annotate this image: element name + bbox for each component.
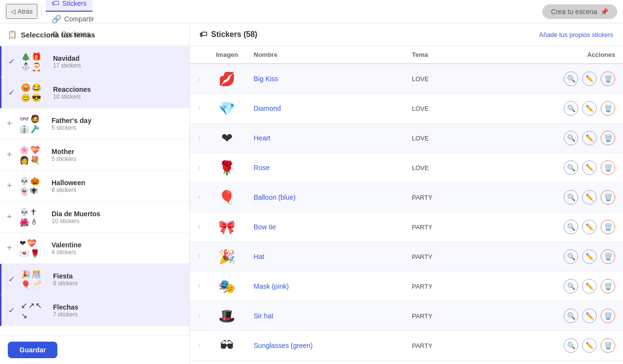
sticker-theme-cell: LOVE bbox=[404, 94, 481, 123]
delete-button[interactable]: 🗑️ bbox=[601, 309, 615, 323]
sticker-theme-cell: PARTY bbox=[404, 331, 481, 361]
delete-button[interactable]: 🗑️ bbox=[601, 279, 615, 294]
add-stickers-link[interactable]: Añade tus propios stickers bbox=[539, 31, 613, 38]
delete-button[interactable]: 🗑️ bbox=[601, 131, 615, 145]
table-row: ↑ 🎭 Mask (pink) PARTY 🔍 ✏️ 🗑️ bbox=[190, 272, 623, 301]
view-button[interactable]: 🔍 bbox=[564, 160, 578, 175]
edit-button[interactable]: ✏️ bbox=[582, 160, 597, 175]
sidebar-item-name: Fiesta bbox=[53, 272, 182, 280]
sticker-theme-text: LOVE bbox=[412, 135, 429, 142]
sidebar-item-fiesta[interactable]: ✓🎉🎊🎈🥂Fiesta8 stickers bbox=[0, 264, 189, 295]
nav-item-stickers[interactable]: 🏷Stickers bbox=[46, 0, 92, 12]
thumb-emoji: 🎁 bbox=[32, 52, 41, 61]
sticker-name-cell: Big Kiss bbox=[246, 64, 404, 94]
view-button[interactable]: 🔍 bbox=[564, 190, 578, 205]
thumb-emoji: 😊 bbox=[21, 93, 31, 103]
sidebar-item-reacciones[interactable]: ✓😡😂😊😎Reacciones10 stickers bbox=[0, 77, 189, 108]
sidebar-item-info-navidad: Navidad17 stickers bbox=[53, 54, 182, 69]
sticker-image-cell: 🕶 bbox=[208, 331, 246, 361]
sidebar-item-dia-muertos[interactable]: +💀✝🌺🕯Día de Muertos10 stickers bbox=[0, 202, 189, 233]
sidebar-item-fathers-day[interactable]: +👓🧔👔🪒Father's day5 stickers bbox=[0, 108, 189, 139]
sidebar-item-mother[interactable]: +🌸💝👩💐Mother5 stickers bbox=[0, 139, 189, 171]
plus-icon: + bbox=[7, 150, 15, 160]
delete-button[interactable]: 🗑️ bbox=[601, 338, 615, 353]
delete-button[interactable]: 🗑️ bbox=[601, 220, 615, 234]
sticker-name-link[interactable]: Mask (pink) bbox=[254, 282, 289, 290]
sticker-theme-text: PARTY bbox=[412, 312, 432, 320]
actions-container: 🔍 ✏️ 🗑️ bbox=[488, 131, 615, 145]
table-row: ↑ 🌹 Rose LOVE 🔍 ✏️ 🗑️ bbox=[190, 153, 623, 183]
view-button[interactable]: 🔍 bbox=[564, 249, 578, 264]
delete-button[interactable]: 🗑️ bbox=[601, 71, 615, 86]
pin-icon: 📌 bbox=[600, 8, 608, 16]
sticker-name-link[interactable]: Hat bbox=[254, 253, 265, 260]
check-icon: ✓ bbox=[8, 306, 16, 315]
edit-button[interactable]: ✏️ bbox=[582, 190, 597, 205]
view-button[interactable]: 🔍 bbox=[564, 338, 578, 353]
sticker-theme-text: PARTY bbox=[412, 224, 432, 231]
sticker-name-link[interactable]: Rose bbox=[254, 164, 270, 172]
edit-button[interactable]: ✏️ bbox=[582, 338, 597, 353]
view-button[interactable]: 🔍 bbox=[564, 131, 578, 145]
sticker-name-link[interactable]: Bow tie bbox=[254, 223, 276, 231]
view-button[interactable]: 🔍 bbox=[564, 279, 578, 294]
edit-button[interactable]: ✏️ bbox=[582, 249, 597, 264]
delete-button[interactable]: 🗑️ bbox=[601, 249, 615, 264]
view-button[interactable]: 🔍 bbox=[564, 71, 578, 86]
sidebar-item-flechas[interactable]: ✓↙↗↖↘Flechas7 stickers bbox=[0, 295, 189, 326]
sidebar-item-valentine[interactable]: +❤💝💌🌹Valentine4 stickers bbox=[0, 233, 189, 264]
delete-button[interactable]: 🗑️ bbox=[601, 190, 615, 205]
edit-button[interactable]: ✏️ bbox=[582, 309, 597, 323]
sticker-name-link[interactable]: Sir hat bbox=[254, 312, 273, 320]
sticker-actions-cell: 🔍 ✏️ 🗑️ bbox=[481, 94, 623, 123]
sticker-name-link[interactable]: Sunglasses (green) bbox=[254, 342, 313, 349]
sidebar-item-navidad[interactable]: ✓🎄🎁⛄🎅Navidad17 stickers bbox=[0, 46, 189, 77]
save-button[interactable]: Guardar bbox=[8, 342, 57, 358]
delete-button[interactable]: 🗑️ bbox=[601, 160, 615, 175]
sticker-image-cell: 💎 bbox=[208, 94, 246, 123]
content-title: 🏷 Stickers (58) bbox=[199, 30, 257, 39]
back-button[interactable]: ◁ Atrás bbox=[6, 4, 37, 19]
table-header: Imagen Nombre Tema Acciones bbox=[190, 46, 623, 64]
sticker-name-link[interactable]: Big Kiss bbox=[254, 75, 279, 83]
thumb-emoji: 💝 bbox=[27, 239, 36, 248]
sidebar-item-info-dia-muertos: Día de Muertos10 stickers bbox=[52, 210, 182, 225]
edit-button[interactable]: ✏️ bbox=[582, 279, 597, 294]
sticker-actions-cell: 🔍 ✏️ 🗑️ bbox=[481, 212, 623, 242]
thumb-emoji: 🎊 bbox=[32, 270, 41, 279]
sidebar-item-halloween[interactable]: +💀🎃👻🕷Halloween8 stickers bbox=[0, 171, 189, 202]
edit-button[interactable]: ✏️ bbox=[582, 101, 597, 116]
sidebar-item-info-valentine: Valentine4 stickers bbox=[52, 241, 182, 256]
view-button[interactable]: 🔍 bbox=[564, 309, 578, 323]
thumb-emoji: 👓 bbox=[19, 114, 29, 123]
create-scene-button[interactable]: Crea tu escena 📌 bbox=[542, 4, 617, 19]
view-button[interactable]: 🔍 bbox=[564, 101, 578, 116]
actions-container: 🔍 ✏️ 🗑️ bbox=[488, 71, 615, 86]
sticker-name-link[interactable]: Diamond bbox=[254, 104, 281, 112]
nav-label-compartir: Compartir bbox=[64, 15, 94, 23]
sidebar-item-count: 10 stickers bbox=[53, 93, 182, 100]
edit-button[interactable]: ✏️ bbox=[582, 220, 597, 234]
sidebar-item-expresiones[interactable]: +Expresiones bbox=[0, 326, 189, 335]
sticker-title-icon: 🏷 bbox=[199, 30, 207, 39]
thumb-emoji: 🥂 bbox=[32, 280, 41, 289]
sidebar-header: 📋 Selecciona tus temas bbox=[0, 23, 189, 46]
sidebar-item-name: Mother bbox=[52, 148, 182, 156]
sticker-name-link[interactable]: Balloon (blue) bbox=[254, 193, 296, 201]
thumb-emoji: 💀 bbox=[19, 208, 29, 217]
sticker-image-cell: 🎀 bbox=[208, 212, 246, 242]
table-row: ↑ 🎈 Balloon (blue) PARTY 🔍 ✏️ 🗑️ bbox=[190, 183, 623, 212]
sticker-name-link[interactable]: Heart bbox=[254, 134, 270, 142]
delete-button[interactable]: 🗑️ bbox=[601, 101, 615, 116]
sidebar-item-name: Navidad bbox=[53, 54, 182, 62]
create-scene-label: Crea tu escena bbox=[551, 8, 597, 16]
sticker-image-cell: 🎈 bbox=[208, 183, 246, 212]
nav-label-stickers: Stickers bbox=[62, 0, 87, 7]
sidebar: 📋 Selecciona tus temas ✓🎄🎁⛄🎅Navidad17 st… bbox=[0, 23, 190, 364]
view-button[interactable]: 🔍 bbox=[564, 220, 578, 234]
thumb-emoji: 🌹 bbox=[30, 249, 40, 258]
edit-button[interactable]: ✏️ bbox=[582, 71, 597, 86]
sticker-title-text: Stickers (58) bbox=[211, 30, 257, 39]
edit-button[interactable]: ✏️ bbox=[582, 131, 597, 145]
sticker-theme-cell: LOVE bbox=[404, 123, 481, 153]
